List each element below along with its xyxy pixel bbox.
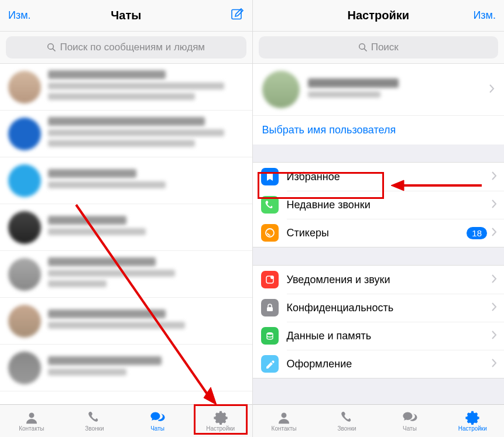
phone-icon <box>339 410 355 425</box>
chat-row[interactable] <box>0 204 252 251</box>
chevron-right-icon <box>492 199 497 211</box>
data-icon <box>261 327 279 345</box>
svg-point-6 <box>267 332 273 335</box>
chat-row[interactable] <box>0 157 252 204</box>
page-title: Настройки <box>347 9 409 22</box>
svg-point-4 <box>270 276 274 279</box>
chevron-right-icon <box>492 171 497 183</box>
phone-icon <box>86 410 102 425</box>
chevron-right-icon <box>489 84 495 95</box>
tab-calls[interactable]: Звонки <box>63 405 126 437</box>
appearance-icon <box>261 355 279 373</box>
setting-favorites[interactable]: Избранное <box>253 163 505 191</box>
tabbar: Контакты Звонки Чаты Настройки <box>253 404 505 437</box>
chat-row[interactable] <box>0 64 252 111</box>
chevron-right-icon <box>492 228 497 239</box>
chevron-right-icon <box>492 302 497 314</box>
username-link[interactable]: Выбрать имя пользователя <box>262 124 396 136</box>
chats-icon <box>149 410 166 425</box>
notifications-icon <box>261 271 279 288</box>
tab-chats[interactable]: Чаты <box>378 405 441 437</box>
tab-contacts[interactable]: Контакты <box>253 405 316 437</box>
chat-list <box>0 64 252 404</box>
svg-rect-5 <box>267 307 273 311</box>
avatar <box>262 71 300 108</box>
edit-button[interactable]: Изм. <box>473 9 496 21</box>
contacts-icon <box>23 410 40 425</box>
avatar <box>8 211 41 244</box>
search-input[interactable]: Поиск по сообщениям и людям <box>6 36 246 59</box>
search-input[interactable]: Поиск <box>259 36 499 59</box>
chevron-right-icon <box>492 359 497 370</box>
header: Настройки Изм. <box>253 0 505 32</box>
setting-notifications[interactable]: Уведомления и звуки <box>253 266 505 294</box>
search-icon <box>358 43 368 52</box>
lock-icon <box>261 299 279 316</box>
tab-chats[interactable]: Чаты <box>126 405 189 437</box>
badge: 18 <box>467 227 487 239</box>
chat-row[interactable] <box>0 345 252 391</box>
phone-icon <box>261 196 279 214</box>
avatar <box>8 352 41 384</box>
profile-row[interactable] <box>253 64 505 115</box>
gear-icon <box>464 410 481 425</box>
chats-screen: Изм. Чаты Поиск по сообщениям и людям Ко… <box>0 0 252 437</box>
gear-icon <box>212 410 229 425</box>
setting-stickers[interactable]: Стикеры18 <box>253 219 505 247</box>
chat-row[interactable] <box>0 251 252 298</box>
username-row[interactable]: Выбрать имя пользователя <box>253 115 505 144</box>
setting-recent-calls[interactable]: Недавние звонки <box>253 191 505 219</box>
avatar <box>8 305 41 338</box>
search-icon <box>47 43 56 52</box>
page-title: Чаты <box>111 9 141 22</box>
chevron-right-icon <box>492 331 497 342</box>
tab-settings[interactable]: Настройки <box>441 405 504 437</box>
contacts-icon <box>276 410 292 425</box>
settings-section: Уведомления и звуки Конфиденциальность Д… <box>253 265 505 378</box>
compose-icon[interactable] <box>230 13 244 23</box>
tab-calls[interactable]: Звонки <box>316 405 378 437</box>
avatar <box>8 118 41 150</box>
tab-contacts[interactable]: Контакты <box>0 405 63 437</box>
avatar <box>8 164 41 197</box>
setting-privacy[interactable]: Конфиденциальность <box>253 294 505 322</box>
search-placeholder: Поиск <box>371 42 399 53</box>
chat-row[interactable] <box>0 298 252 345</box>
chat-row[interactable] <box>0 111 252 157</box>
setting-appearance[interactable]: Оформление <box>253 350 505 378</box>
settings-list: Выбрать имя пользователя Избранное Недав… <box>253 64 505 404</box>
edit-button[interactable]: Изм. <box>8 9 31 21</box>
svg-point-1 <box>29 412 34 418</box>
tabbar: Контакты Звонки Чаты Настройки <box>0 404 252 437</box>
setting-data[interactable]: Данные и память <box>253 322 505 350</box>
settings-section: Избранное Недавние звонки Стикеры18 <box>253 162 505 247</box>
chats-icon <box>402 410 418 425</box>
stickers-icon <box>261 224 279 242</box>
chevron-right-icon <box>492 274 497 285</box>
bookmark-icon <box>261 168 279 185</box>
avatar <box>8 258 41 291</box>
svg-point-7 <box>282 412 287 418</box>
header: Изм. Чаты <box>0 0 252 32</box>
search-placeholder: Поиск по сообщениям и людям <box>60 42 205 53</box>
settings-screen: Настройки Изм. Поиск Выбрать имя пользов… <box>252 0 505 437</box>
avatar <box>8 71 41 104</box>
tab-settings[interactable]: Настройки <box>189 405 252 437</box>
